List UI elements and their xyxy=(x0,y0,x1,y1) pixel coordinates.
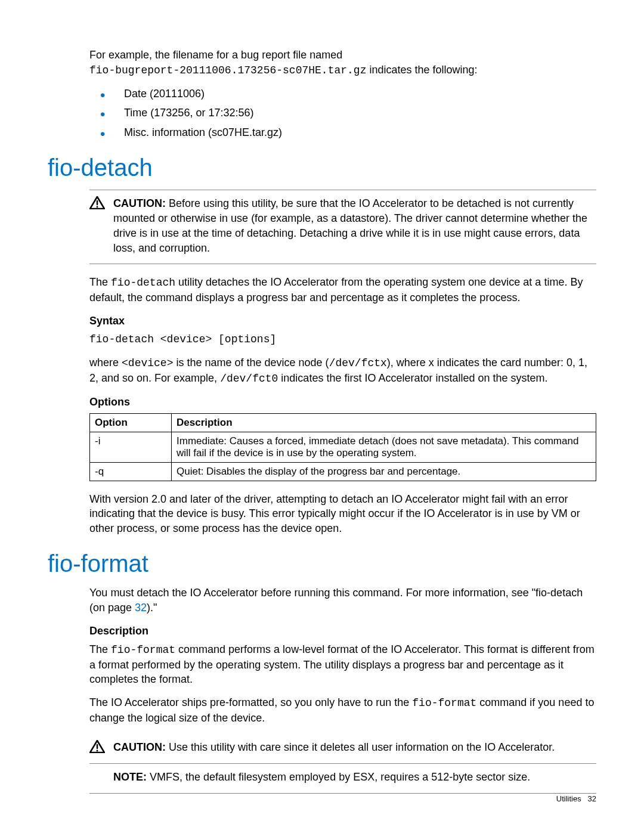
heading-fio-detach: fio-detach xyxy=(48,154,596,181)
intro-line2: indicates the following: xyxy=(366,64,477,76)
th-description: Description xyxy=(172,413,596,432)
svg-point-5 xyxy=(97,750,98,751)
table-header-row: Option Description xyxy=(90,413,596,432)
page-link-32[interactable]: 32 xyxy=(135,602,147,614)
table-row: -i Immediate: Causes a forced, immediate… xyxy=(90,432,596,462)
t: )." xyxy=(147,602,157,614)
syntax-label: Syntax xyxy=(89,315,596,327)
code-fio-format2: fio-format xyxy=(412,697,476,709)
table-row: -q Quiet: Disables the display of the pr… xyxy=(90,462,596,481)
caution-text: Use this utility with care since it dele… xyxy=(166,741,555,753)
bullet-date: Date (20111006) xyxy=(89,86,596,101)
format-must-detach: You must detach the IO Accelerator befor… xyxy=(89,586,596,615)
t: is the name of the device node ( xyxy=(173,357,329,368)
description-label: Description xyxy=(89,625,596,637)
detach-busy-para: With version 2.0 and later of the driver… xyxy=(89,492,596,536)
bullet-misc: Misc. information (sc07HE.tar.gz) xyxy=(89,125,596,140)
format-preformatted-para: The IO Accelerator ships pre-formatted, … xyxy=(89,695,596,726)
th-option: Option xyxy=(90,413,172,432)
opt-i: -i xyxy=(90,432,172,462)
caution-icon xyxy=(89,740,105,753)
code-device: <device> xyxy=(122,357,173,369)
svg-point-2 xyxy=(97,206,98,208)
t: indicates the first IO Accelerator insta… xyxy=(278,372,547,384)
caution-body: CAUTION: Before using this utility, be s… xyxy=(89,190,596,264)
t: The IO Accelerator ships pre-formatted, … xyxy=(89,696,412,708)
t: You must detach the IO Accelerator befor… xyxy=(89,587,583,614)
syntax-code: fio-detach <device> [options] xyxy=(89,332,596,347)
detach-para1: The fio-detach utility detaches the IO A… xyxy=(89,275,596,305)
intro-block: For example, the filename for a bug repo… xyxy=(89,48,596,140)
caution-icon xyxy=(89,196,105,209)
t: The xyxy=(89,276,111,288)
options-label: Options xyxy=(89,396,596,408)
caution-label: CAUTION: xyxy=(113,197,166,209)
page-footer: Utilities 32 xyxy=(556,794,596,803)
code-fio-detach: fio-detach xyxy=(111,277,175,289)
note-text: VMFS, the default filesystem employed by… xyxy=(147,771,530,783)
heading-fio-format: fio-format xyxy=(48,550,596,577)
intro-filename-code: fio-bugreport-20111006.173256-sc07HE.tar… xyxy=(89,64,366,76)
caution-body: CAUTION: Use this utility with care sinc… xyxy=(89,734,596,764)
opt-q: -q xyxy=(90,462,172,481)
note-body: NOTE: VMFS, the default filesystem emplo… xyxy=(89,764,596,794)
code-fio-format: fio-format xyxy=(111,644,175,656)
footer-section: Utilities xyxy=(556,794,581,803)
note-label: NOTE: xyxy=(113,771,147,783)
detach-caution: CAUTION: Before using this utility, be s… xyxy=(89,190,596,264)
intro-line1: For example, the filename for a bug repo… xyxy=(89,49,342,61)
format-body: You must detach the IO Accelerator befor… xyxy=(89,586,596,726)
opt-i-desc: Immediate: Causes a forced, immediate de… xyxy=(172,432,596,462)
format-caution: CAUTION: Use this utility with care sinc… xyxy=(89,734,596,794)
where-para: where <device> is the name of the device… xyxy=(89,355,596,386)
intro-sentence: For example, the filename for a bug repo… xyxy=(89,48,596,78)
caution-label: CAUTION: xyxy=(113,741,166,753)
code-dev-fct0: /dev/fct0 xyxy=(220,373,278,385)
intro-bullets: Date (20111006) Time (173256, or 17:32:5… xyxy=(89,86,596,140)
code-dev-fctx: /dev/fctx xyxy=(329,357,387,369)
format-desc-para: The fio-format command performs a low-le… xyxy=(89,642,596,687)
caution-text: Before using this utility, be sure that … xyxy=(113,197,587,253)
opt-q-desc: Quiet: Disables the display of the progr… xyxy=(172,462,596,481)
t: The xyxy=(89,643,111,655)
bullet-time: Time (173256, or 17:32:56) xyxy=(89,106,596,120)
footer-page: 32 xyxy=(588,794,596,803)
page: For example, the filename for a bug repo… xyxy=(0,0,644,833)
t: where xyxy=(89,357,122,368)
options-table: Option Description -i Immediate: Causes … xyxy=(89,413,596,481)
detach-body: The fio-detach utility detaches the IO A… xyxy=(89,275,596,536)
